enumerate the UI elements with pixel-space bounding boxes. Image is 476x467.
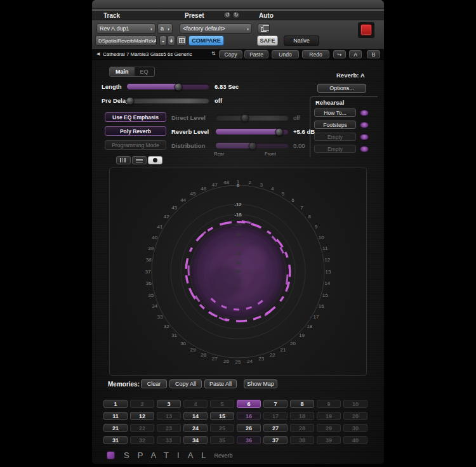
memory-cell-20[interactable]: 20: [343, 412, 367, 420]
memory-cell-8[interactable]: 8: [290, 400, 314, 408]
rehearsal-item-button[interactable]: Footsteps: [314, 121, 356, 129]
target-button[interactable]: [360, 24, 372, 36]
rehearsal-item-button[interactable]: Empty: [314, 145, 356, 153]
redo-jump-button[interactable]: ↪: [333, 50, 346, 58]
distribution-slider[interactable]: [216, 143, 289, 148]
safe-button[interactable]: SAFE: [257, 36, 278, 46]
memory-cell-38[interactable]: 38: [290, 436, 314, 444]
memory-cell-18[interactable]: 18: [290, 412, 314, 420]
preset-back-icon[interactable]: ◀: [96, 51, 100, 56]
compare-button[interactable]: COMPARE: [188, 36, 224, 46]
next-plugin-button[interactable]: +: [168, 36, 175, 46]
pre-delay-slider[interactable]: [127, 98, 209, 103]
track-selector[interactable]: Rev A.dup1 ▾: [96, 23, 155, 34]
view-columns-button[interactable]: [116, 156, 131, 164]
memory-cell-28[interactable]: 28: [290, 424, 314, 432]
programming-mode-button[interactable]: Programming Mode: [105, 140, 166, 150]
native-button[interactable]: Native: [284, 36, 319, 46]
memory-cell-25[interactable]: 25: [210, 424, 234, 432]
length-slider[interactable]: [127, 84, 209, 89]
poly-reverb-button[interactable]: Poly Reverb: [105, 126, 166, 136]
length-slider-thumb[interactable]: [174, 82, 182, 91]
memory-cell-30[interactable]: 30: [343, 424, 367, 432]
undo-button[interactable]: Undo: [272, 50, 299, 58]
memory-cell-40[interactable]: 40: [343, 436, 367, 444]
reverb-level-slider[interactable]: [216, 129, 289, 135]
insert-position-button[interactable]: [176, 36, 187, 46]
preset-rotate-left-icon[interactable]: ↺: [223, 11, 231, 19]
direct-level-slider-thumb[interactable]: [241, 114, 249, 122]
memory-cell-36[interactable]: 36: [237, 436, 261, 444]
previous-plugin-button[interactable]: -: [159, 36, 167, 46]
track-output-selector[interactable]: a ▾: [157, 23, 173, 34]
pre-delay-slider-thumb[interactable]: [126, 96, 135, 105]
memory-cell-39[interactable]: 39: [317, 436, 341, 444]
preset-spinner-icon[interactable]: ⇅: [211, 51, 216, 56]
memory-cell-33[interactable]: 33: [157, 436, 181, 444]
memory-cell-24[interactable]: 24: [183, 424, 208, 432]
memory-cell-3[interactable]: 3: [157, 400, 181, 408]
memory-cell-21[interactable]: 21: [103, 424, 128, 432]
memory-cell-12[interactable]: 12: [130, 412, 154, 420]
memories-show-map-button[interactable]: Show Map: [244, 379, 277, 388]
use-eq-emphasis-button[interactable]: Use EQ Emphasis: [105, 112, 166, 122]
radar-display[interactable]: 1234567891011121314151617181920212223242…: [110, 168, 366, 375]
distribution-slider-thumb[interactable]: [248, 141, 256, 150]
plugin-selector[interactable]: DSpatialReverbMainRckA ▾: [95, 36, 157, 46]
paste-button[interactable]: Paste: [244, 50, 268, 58]
rehearsal-item-button[interactable]: How To...: [314, 109, 356, 117]
memory-cell-15[interactable]: 15: [210, 412, 234, 420]
memory-cell-37[interactable]: 37: [263, 436, 288, 444]
memory-cell-4[interactable]: 4: [183, 400, 208, 408]
memory-cell-10[interactable]: 10: [343, 400, 367, 408]
memories-paste-all-button[interactable]: Paste All: [204, 379, 237, 388]
memory-cell-31[interactable]: 31: [103, 436, 128, 444]
memory-cell-22[interactable]: 22: [130, 424, 154, 432]
memory-cell-32[interactable]: 32: [130, 436, 154, 444]
memory-cell-34[interactable]: 34: [183, 436, 208, 444]
view-rows-button[interactable]: [132, 156, 147, 164]
memory-cell-6[interactable]: 6: [237, 400, 261, 408]
chevron-down-icon: ▾: [168, 27, 169, 31]
speaker-icon[interactable]: [360, 146, 369, 152]
memory-cell-1[interactable]: 1: [103, 400, 128, 408]
copy-button[interactable]: Copy: [219, 50, 242, 58]
save-preset-button[interactable]: [258, 23, 270, 34]
speaker-icon[interactable]: [360, 122, 369, 128]
speaker-icon[interactable]: [360, 110, 369, 116]
setting-a-button[interactable]: A: [349, 50, 362, 58]
memory-cell-27[interactable]: 27: [263, 424, 288, 432]
speaker-icon[interactable]: [360, 134, 369, 140]
redo-button[interactable]: Redo: [302, 50, 329, 58]
radar-position-29: 29: [190, 347, 196, 353]
memory-cell-11[interactable]: 11: [103, 412, 128, 420]
memory-cell-16[interactable]: 16: [237, 412, 261, 420]
memories-clear-button[interactable]: Clear: [141, 379, 167, 388]
memory-cell-23[interactable]: 23: [157, 424, 181, 432]
options-button[interactable]: Options...: [317, 84, 366, 93]
memory-cell-9[interactable]: 9: [317, 400, 341, 408]
tab-eq[interactable]: EQ: [135, 67, 154, 76]
memory-cell-14[interactable]: 14: [183, 412, 208, 420]
memory-cell-26[interactable]: 26: [237, 424, 261, 432]
memory-cell-29[interactable]: 29: [317, 424, 341, 432]
preset-rotate-right-icon[interactable]: ↻: [232, 11, 240, 19]
memory-cell-2[interactable]: 2: [130, 400, 154, 408]
direct-level-slider[interactable]: [216, 115, 289, 121]
memory-cell-13[interactable]: 13: [157, 412, 181, 420]
preset-selector[interactable]: <factory default> ▾: [180, 23, 252, 34]
memory-cell-17[interactable]: 17: [263, 412, 288, 420]
memory-cell-5[interactable]: 5: [210, 400, 234, 408]
memory-cell-35[interactable]: 35: [210, 436, 234, 444]
rehearsal-item-button[interactable]: Empty: [314, 133, 356, 141]
preset-title[interactable]: Cathedral 7 Marble3 Glass5 6s Generic: [103, 51, 192, 57]
view-radar-button[interactable]: [148, 156, 162, 164]
radar-panel[interactable]: 1234567891011121314151617181920212223242…: [109, 168, 367, 376]
reverb-level-slider-thumb[interactable]: [275, 128, 284, 136]
tab-main[interactable]: Main: [110, 67, 135, 76]
window-titlebar[interactable]: [92, 0, 384, 9]
memory-cell-19[interactable]: 19: [317, 412, 341, 420]
memories-copy-all-button[interactable]: Copy All: [169, 379, 202, 388]
memory-cell-7[interactable]: 7: [263, 400, 288, 408]
setting-b-button[interactable]: B: [367, 50, 380, 58]
